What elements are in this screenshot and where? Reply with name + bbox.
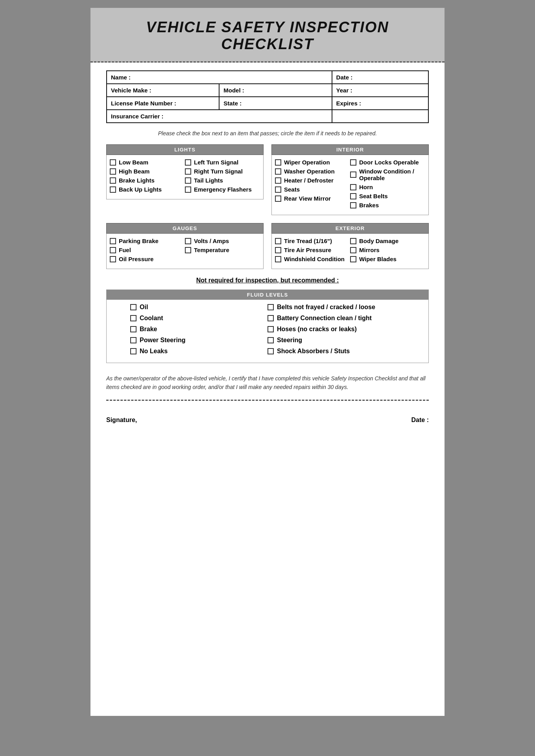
interior-items: Wiper Operation Washer Operation Heater … xyxy=(271,155,429,215)
fluid-item-power-steering: Power Steering xyxy=(130,337,268,344)
interior-item-heater: Heater / Defroster xyxy=(275,177,350,184)
fluid-label-shock: Shock Absorbers / Stuts xyxy=(277,348,350,355)
fluid-item-steering: Steering xyxy=(268,337,405,344)
checkbox-high-beam[interactable] xyxy=(110,168,116,175)
checkbox-seat-belts[interactable] xyxy=(350,193,356,199)
interior-label-wiper-op: Wiper Operation xyxy=(284,159,330,166)
checkbox-windshield[interactable] xyxy=(275,256,281,262)
checkbox-parking[interactable] xyxy=(110,238,116,244)
checkbox-left-turn[interactable] xyxy=(185,159,191,166)
checkbox-seats[interactable] xyxy=(275,186,281,193)
checkbox-mirrors[interactable] xyxy=(350,247,356,253)
checkbox-brake-lights[interactable] xyxy=(110,177,116,184)
fluid-item-no-leaks: No Leaks xyxy=(130,348,268,355)
checkbox-coolant[interactable] xyxy=(130,315,137,321)
checkbox-door-locks[interactable] xyxy=(350,159,356,166)
gauges-item-oil: Oil Pressure xyxy=(110,256,185,262)
checkbox-washer-op[interactable] xyxy=(275,168,281,175)
checkbox-fluid-brake[interactable] xyxy=(130,326,137,332)
checkbox-horn[interactable] xyxy=(350,184,356,190)
gauges-item-parking: Parking Brake xyxy=(110,238,185,244)
exterior-item-windshield: Windshield Condition xyxy=(275,256,350,262)
date-label: Date : xyxy=(336,74,353,81)
exterior-label-body: Body Damage xyxy=(359,238,398,244)
interior-item-horn: Horn xyxy=(350,184,425,190)
checkbox-temp[interactable] xyxy=(185,247,191,253)
state-label: State : xyxy=(223,100,242,107)
checkbox-emergency[interactable] xyxy=(185,186,191,193)
checkbox-no-leaks[interactable] xyxy=(130,348,137,354)
checkbox-volts[interactable] xyxy=(185,238,191,244)
checkbox-fuel[interactable] xyxy=(110,247,116,253)
model-label: Model : xyxy=(223,87,244,94)
checkbox-low-beam[interactable] xyxy=(110,159,116,166)
interior-label-rear-view: Rear View Mirror xyxy=(284,195,331,202)
interior-item-seat-belts: Seat Belts xyxy=(350,193,425,199)
checkbox-steering[interactable] xyxy=(268,337,274,343)
exterior-label-windshield: Windshield Condition xyxy=(284,256,345,262)
checkbox-back-up-lights[interactable] xyxy=(110,186,116,193)
year-label: Year : xyxy=(336,87,352,94)
exterior-item-wiper-blades: Wiper Blades xyxy=(350,256,425,262)
interior-item-door-locks: Door Locks Operable xyxy=(350,159,425,166)
exterior-item-tire-air: Tire Air Pressure xyxy=(275,247,350,253)
fluid-label-hoses: Hoses (no cracks or leaks) xyxy=(277,326,357,333)
exterior-item-mirrors: Mirrors xyxy=(350,247,425,253)
checkbox-heater[interactable] xyxy=(275,177,281,184)
checkbox-tail[interactable] xyxy=(185,177,191,184)
checkbox-right-turn[interactable] xyxy=(185,168,191,175)
lights-item-emergency: Emergency Flashers xyxy=(185,186,260,193)
interior-item-wiper-op: Wiper Operation xyxy=(275,159,350,166)
interior-label-brakes: Brakes xyxy=(359,202,379,208)
checkbox-hoses[interactable] xyxy=(268,326,274,332)
checkbox-wiper-blades[interactable] xyxy=(350,256,356,262)
exterior-item-tire-tread: Tire Tread (1/16") xyxy=(275,238,350,244)
checkbox-battery[interactable] xyxy=(268,315,274,321)
fluid-label-power-steering: Power Steering xyxy=(140,337,185,344)
fluid-item-shock: Shock Absorbers / Stuts xyxy=(268,348,405,355)
exterior-item-body: Body Damage xyxy=(350,238,425,244)
checkbox-window[interactable] xyxy=(350,171,356,178)
main-content: Name : Date : Vehicle Make : Model : Yea… xyxy=(90,63,445,409)
checkbox-fluid-oil[interactable] xyxy=(130,304,137,310)
checkbox-power-steering[interactable] xyxy=(130,337,137,343)
lights-item-tail: Tail Lights xyxy=(185,177,260,184)
certification-body: As the owner/operator of the above-liste… xyxy=(106,375,426,390)
interior-label-seat-belts: Seat Belts xyxy=(359,193,388,199)
checkbox-wiper-op[interactable] xyxy=(275,159,281,166)
fluid-item-coolant: Coolant xyxy=(130,315,268,322)
gauges-items: Parking Brake Fuel Oil Pressure xyxy=(106,234,264,269)
lights-label-brake-lights: Brake Lights xyxy=(119,177,155,184)
lights-label-high-beam: High Beam xyxy=(119,168,149,175)
lights-items: Low Beam High Beam Brake Lights xyxy=(106,155,264,199)
lights-section: Lights Low Beam High Beam xyxy=(106,144,264,215)
checkbox-tire-tread[interactable] xyxy=(275,238,281,244)
page: Vehicle Safety Inspection Checklist Name… xyxy=(90,8,445,716)
interior-section: Interior Wiper Operation Washer Operatio… xyxy=(271,144,429,215)
certification-text: As the owner/operator of the above-liste… xyxy=(106,370,429,401)
interior-item-washer-op: Washer Operation xyxy=(275,168,350,175)
gauges-label-volts: Volts / Amps xyxy=(194,238,229,244)
checkbox-tire-air[interactable] xyxy=(275,247,281,253)
fluid-label-oil: Oil xyxy=(140,304,148,311)
checkbox-body[interactable] xyxy=(350,238,356,244)
exterior-header: Exterior xyxy=(271,223,429,234)
checkbox-shock[interactable] xyxy=(268,348,274,354)
name-label: Name : xyxy=(111,74,131,81)
lights-label-left-turn: Left Turn Signal xyxy=(194,159,238,166)
exterior-label-tire-air: Tire Air Pressure xyxy=(284,247,331,253)
checkbox-brakes[interactable] xyxy=(350,202,356,208)
gauges-label-oil: Oil Pressure xyxy=(119,256,153,262)
lights-header: Lights xyxy=(106,144,264,155)
checkbox-rear-view[interactable] xyxy=(275,195,281,202)
interior-label-horn: Horn xyxy=(359,184,373,190)
fluid-items: Oil Coolant Brake Power Steering xyxy=(107,300,428,363)
checkbox-oil-pressure[interactable] xyxy=(110,256,116,262)
interior-item-seats: Seats xyxy=(275,186,350,193)
fluid-label-steering: Steering xyxy=(277,337,302,344)
checkbox-belts[interactable] xyxy=(268,304,274,310)
lights-item-left-turn: Left Turn Signal xyxy=(185,159,260,166)
lights-label-right-turn: Right Turn Signal xyxy=(194,168,243,175)
exterior-label-wiper-blades: Wiper Blades xyxy=(359,256,397,262)
gauges-item-volts: Volts / Amps xyxy=(185,238,260,244)
